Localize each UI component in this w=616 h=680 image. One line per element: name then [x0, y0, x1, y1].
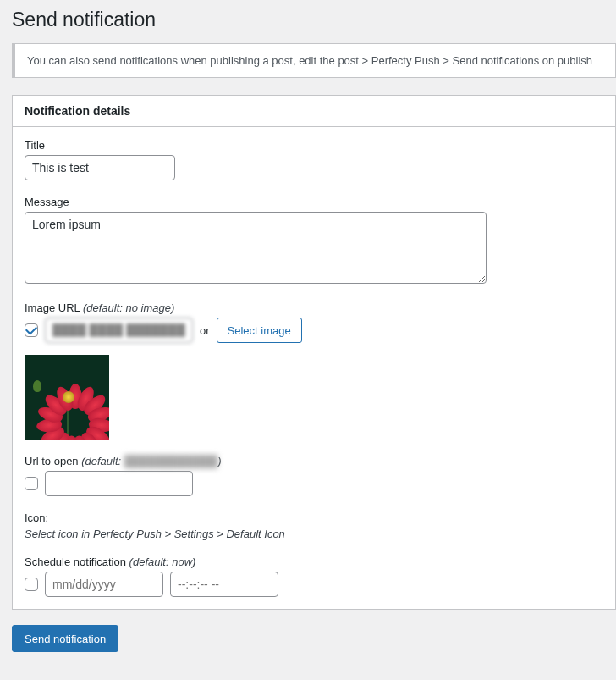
- url-to-open-hint: (default: ████████████): [81, 455, 221, 467]
- select-image-button[interactable]: Select image: [217, 318, 302, 343]
- url-to-open-input[interactable]: [45, 471, 193, 496]
- schedule-label-text: Schedule notification: [25, 556, 129, 568]
- message-field-group: Message Lorem ipsum: [25, 196, 603, 286]
- image-url-hint: (default: no image): [83, 301, 174, 314]
- icon-help-text: Select icon in Perfecty Push > Settings …: [25, 528, 603, 540]
- schedule-date-input[interactable]: [45, 572, 163, 597]
- image-url-row: or Select image: [25, 318, 603, 343]
- page-title: Send notification: [12, 8, 616, 31]
- url-to-open-label-text: Url to open: [25, 455, 81, 467]
- schedule-hint: (default: now): [129, 556, 196, 568]
- info-notice: You can also send notifications when pub…: [12, 43, 616, 78]
- schedule-time-input[interactable]: [170, 572, 278, 597]
- url-to-open-label: Url to open (default: ████████████): [25, 455, 603, 467]
- send-notification-button[interactable]: Send notification: [12, 625, 118, 652]
- url-to-open-row: [25, 471, 603, 496]
- image-url-checkbox[interactable]: [25, 323, 38, 337]
- schedule-row: [25, 572, 603, 597]
- schedule-checkbox[interactable]: [25, 578, 38, 591]
- url-to-open-field-group: Url to open (default: ████████████): [25, 455, 603, 496]
- title-field-group: Title: [25, 139, 603, 180]
- url-to-open-checkbox[interactable]: [25, 477, 38, 490]
- or-text: or: [200, 324, 210, 337]
- message-label: Message: [25, 196, 603, 208]
- message-textarea[interactable]: Lorem ipsum: [25, 212, 487, 284]
- panel-header: Notification details: [13, 96, 615, 127]
- title-input[interactable]: [25, 155, 175, 180]
- panel-body: Title Message Lorem ipsum Image URL (def…: [13, 127, 615, 609]
- image-url-input[interactable]: [45, 318, 193, 343]
- image-url-label-text: Image URL: [25, 301, 83, 314]
- title-label: Title: [25, 139, 603, 152]
- image-url-label: Image URL (default: no image): [25, 301, 603, 314]
- image-preview: [25, 355, 109, 440]
- notification-details-panel: Notification details Title Message Lorem…: [12, 95, 616, 610]
- schedule-field-group: Schedule notification (default: now): [25, 556, 603, 597]
- flower-bud: [33, 380, 41, 392]
- schedule-label: Schedule notification (default: now): [25, 556, 603, 568]
- image-url-field-group: Image URL (default: no image) or Select …: [25, 301, 603, 440]
- icon-field-group: Icon: Select icon in Perfecty Push > Set…: [25, 511, 603, 540]
- icon-label: Icon:: [25, 511, 603, 524]
- flower-stem: [67, 407, 69, 434]
